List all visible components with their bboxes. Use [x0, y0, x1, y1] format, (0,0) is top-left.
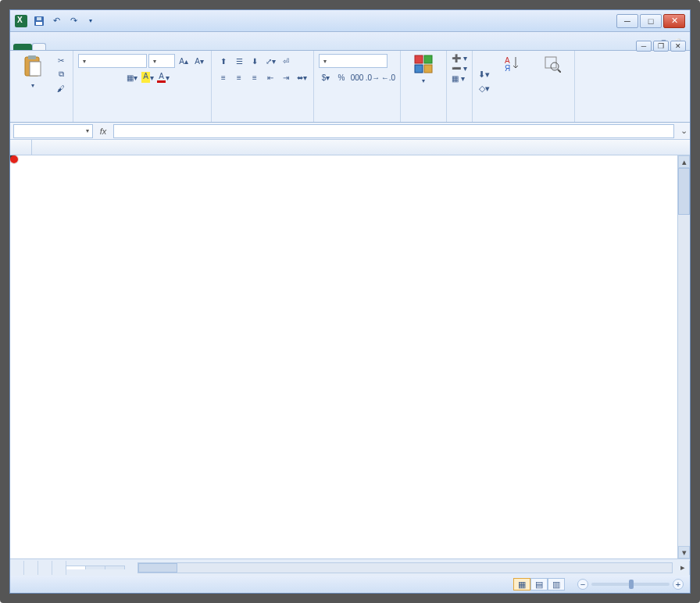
tab-data[interactable]	[88, 43, 102, 50]
clear-button[interactable]: ◇▾	[477, 82, 491, 95]
status-bar: ▦ ▤ ▥ − +	[10, 576, 690, 593]
zoom-slider[interactable]	[591, 583, 670, 586]
wrap-text[interactable]: ⏎	[279, 54, 293, 68]
format-cells[interactable]: ▦ ▾	[452, 74, 465, 83]
align-center[interactable]: ≡	[232, 70, 246, 84]
hscroll-right[interactable]: ▸	[676, 561, 690, 575]
view-pagebreak[interactable]: ▥	[548, 578, 565, 591]
scroll-down[interactable]: ▾	[678, 546, 690, 558]
delete-cells[interactable]: ➖ ▾	[452, 64, 467, 73]
ribbon-tabstrip: ⓘ ❔	[10, 32, 690, 51]
sheet-tab-2[interactable]	[85, 566, 105, 569]
zoom-out[interactable]: −	[577, 579, 588, 590]
vertical-scrollbar[interactable]: ▴ ▾	[677, 155, 690, 558]
view-layout[interactable]: ▤	[530, 578, 548, 591]
sort-filter-button[interactable]: АЯ	[495, 54, 530, 74]
align-left[interactable]: ≡	[216, 70, 230, 84]
name-box[interactable]: ▾	[13, 124, 93, 138]
sheet-nav-last[interactable]	[52, 561, 66, 575]
view-normal[interactable]: ▦	[513, 578, 530, 591]
sheet-nav-next[interactable]	[38, 561, 52, 575]
font-label	[78, 119, 206, 120]
shrink-font[interactable]: A▾	[192, 54, 206, 68]
group-cells: ➕ ▾ ➖ ▾ ▦ ▾	[447, 51, 473, 122]
italic-button[interactable]	[94, 70, 108, 84]
tab-developer[interactable]	[130, 43, 145, 50]
qat-save[interactable]	[32, 14, 46, 28]
tab-insert[interactable]	[46, 43, 60, 50]
tab-abbyy[interactable]	[173, 43, 187, 50]
fill-color-button[interactable]: A▾	[141, 70, 155, 84]
align-middle[interactable]: ☰	[232, 54, 246, 68]
comma-format[interactable]: 000	[350, 70, 364, 84]
close-button[interactable]: ✕	[663, 14, 685, 28]
indent-inc[interactable]: ⇥	[279, 70, 293, 84]
scroll-up[interactable]: ▴	[678, 155, 690, 168]
maximize-button[interactable]: □	[640, 14, 662, 28]
formula-expand[interactable]: ⌄	[677, 126, 690, 136]
minimize-button[interactable]: ─	[616, 14, 638, 28]
qat-redo[interactable]: ↷	[66, 14, 80, 28]
dec-decimal[interactable]: ←.0	[381, 70, 395, 84]
styles-button[interactable]: ▾	[405, 54, 441, 84]
doc-close[interactable]: ✕	[670, 41, 686, 52]
hscroll-thumb[interactable]	[138, 563, 177, 573]
doc-restore[interactable]: ❐	[653, 41, 669, 52]
align-top[interactable]: ⬆	[216, 54, 230, 68]
font-name-combo[interactable]: ▾	[78, 54, 147, 68]
tab-layout[interactable]	[60, 43, 74, 50]
sheet-nav-first[interactable]	[10, 561, 24, 575]
paste-button[interactable]: ▾	[15, 54, 51, 89]
percent-format[interactable]: %	[334, 70, 348, 84]
grow-font[interactable]: A▴	[177, 54, 191, 68]
find-select-button[interactable]	[534, 54, 570, 74]
font-color-button[interactable]: A▾	[156, 70, 170, 84]
align-bottom[interactable]: ⬇	[248, 54, 262, 68]
bold-button[interactable]	[78, 70, 92, 84]
vscroll-thumb[interactable]	[678, 168, 690, 215]
horizontal-scrollbar[interactable]	[138, 562, 673, 573]
fx-button[interactable]: fx	[96, 124, 110, 138]
cells-label	[452, 119, 467, 120]
qat-undo[interactable]: ↶	[49, 14, 63, 28]
select-all-triangle[interactable]	[10, 140, 32, 155]
worksheet-grid[interactable]: ▴ ▾	[10, 140, 690, 558]
svg-point-13	[551, 62, 559, 70]
insert-cells[interactable]: ➕ ▾	[452, 54, 467, 62]
tab-addins[interactable]	[145, 43, 159, 50]
sheet-nav-prev[interactable]	[24, 561, 38, 575]
group-alignment: ⬆ ☰ ⬇ ⤢▾ ⏎ ≡ ≡ ≡ ⇤ ⇥ ⬌▾	[212, 51, 314, 122]
file-tab[interactable]	[13, 44, 32, 50]
tab-review[interactable]	[102, 43, 116, 50]
sheet-tab-1[interactable]	[66, 566, 86, 569]
number-format-combo[interactable]: ▾	[319, 54, 388, 68]
indent-dec[interactable]: ⇤	[263, 70, 277, 84]
formula-input[interactable]	[113, 124, 674, 138]
inc-decimal[interactable]: .0→	[366, 70, 380, 84]
sheet-tab-3[interactable]	[105, 566, 125, 569]
underline-button[interactable]	[109, 70, 123, 84]
zoom-in[interactable]: +	[673, 579, 684, 590]
tab-formulas[interactable]	[74, 43, 88, 50]
align-right[interactable]: ≡	[248, 70, 262, 84]
copy-button[interactable]: ⧉	[54, 68, 68, 80]
font-size-combo[interactable]: ▾	[148, 54, 175, 68]
format-painter-button[interactable]: 🖌	[54, 82, 68, 95]
svg-text:Я: Я	[505, 64, 510, 73]
autosum-button[interactable]	[477, 54, 491, 66]
fill-button[interactable]: ⬇▾	[477, 68, 491, 80]
ribbon: ▾ ✂ ⧉ 🖌 ▾ ▾ A▴ A▾	[10, 51, 690, 123]
orientation[interactable]: ⤢▾	[263, 54, 277, 68]
new-sheet-button[interactable]	[125, 566, 134, 569]
cut-button[interactable]: ✂	[54, 54, 68, 66]
qat-more[interactable]: ▾	[84, 14, 98, 28]
doc-minimize[interactable]: ─	[636, 41, 652, 52]
accounting-format[interactable]: $▾	[319, 70, 333, 84]
tab-view[interactable]	[116, 43, 130, 50]
group-editing: ⬇▾ ◇▾ АЯ	[473, 51, 575, 122]
formula-bar: ▾ fx ⌄	[10, 123, 690, 140]
borders-button[interactable]: ▦▾	[125, 70, 139, 84]
tab-home[interactable]	[32, 43, 46, 50]
tab-foxit[interactable]	[159, 43, 173, 50]
merge-button[interactable]: ⬌▾	[295, 70, 309, 84]
